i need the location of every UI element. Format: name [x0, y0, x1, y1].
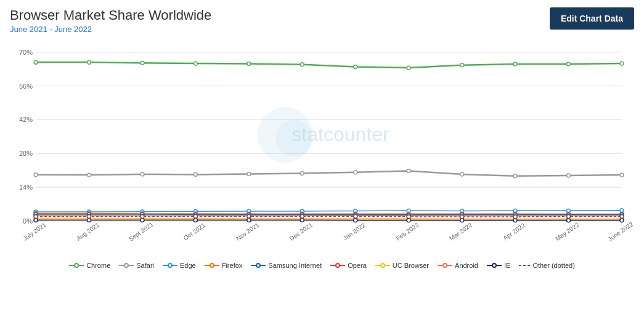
svg-point-133	[567, 219, 571, 222]
svg-text:May 2022: May 2022	[554, 221, 581, 242]
svg-point-40	[87, 173, 91, 177]
legend-item-opera: Opera	[330, 262, 367, 269]
legend-item-edge: Edge	[163, 262, 196, 269]
svg-text:June 2022: June 2022	[607, 220, 634, 243]
legend-label: IE	[504, 262, 510, 269]
svg-point-36	[513, 62, 517, 66]
legend-label: Firefox	[222, 262, 243, 269]
legend-item-android: Android	[438, 262, 478, 269]
svg-text:Feb 2022: Feb 2022	[395, 221, 420, 241]
svg-point-49	[567, 174, 571, 177]
legend-item-firefox: Firefox	[205, 262, 243, 269]
svg-text:Apr 2022: Apr 2022	[502, 222, 526, 242]
svg-text:14%: 14%	[19, 184, 33, 191]
svg-point-140	[300, 214, 304, 218]
svg-point-31	[247, 62, 251, 65]
svg-point-144	[513, 215, 517, 219]
svg-point-30	[194, 62, 197, 65]
svg-point-137	[141, 215, 144, 219]
svg-point-129	[354, 219, 357, 222]
svg-point-141	[354, 214, 357, 218]
svg-text:0%: 0%	[23, 217, 33, 225]
chart-area: 0%14%28%42%56%70%July 2021Aug 2021Sept 2…	[10, 36, 634, 258]
legend-label: Android	[455, 262, 478, 269]
svg-point-44	[300, 171, 304, 175]
svg-point-29	[141, 61, 144, 65]
svg-point-34	[407, 66, 410, 70]
svg-point-39	[34, 173, 38, 177]
svg-text:Oct 2021: Oct 2021	[182, 222, 207, 242]
svg-point-142	[407, 215, 410, 219]
svg-point-145	[567, 215, 571, 219]
legend-label: Samsung Internet	[268, 262, 322, 269]
legend-item-ie: IE	[487, 262, 510, 269]
svg-text:Dec 2021: Dec 2021	[288, 221, 314, 242]
svg-point-123	[34, 218, 38, 222]
svg-point-131	[460, 219, 464, 222]
svg-point-32	[300, 63, 304, 67]
svg-text:Nov 2021: Nov 2021	[235, 221, 261, 242]
svg-point-43	[247, 172, 251, 176]
legend-item-samsung-internet: Samsung Internet	[251, 262, 322, 269]
svg-point-35	[460, 63, 464, 67]
svg-point-41	[141, 172, 144, 176]
svg-point-37	[567, 62, 571, 66]
svg-point-138	[194, 214, 197, 218]
svg-point-42	[194, 172, 197, 176]
title-block: Browser Market Share Worldwide June 2021…	[10, 7, 211, 34]
svg-point-127	[247, 218, 251, 222]
svg-point-62	[620, 209, 624, 212]
svg-point-126	[194, 218, 197, 222]
svg-point-48	[513, 174, 517, 178]
svg-point-27	[34, 60, 38, 64]
legend-item-safari: Safari	[119, 262, 154, 269]
svg-point-134	[620, 219, 624, 222]
svg-text:Sept 2021: Sept 2021	[128, 220, 155, 242]
legend-label: Other (dotted)	[532, 262, 574, 269]
svg-point-26	[276, 119, 313, 156]
chart-legend: ChromeSafariEdgeFirefoxSamsung InternetO…	[0, 258, 644, 272]
svg-point-139	[247, 214, 251, 218]
legend-label: Edge	[180, 262, 196, 269]
svg-point-146	[620, 215, 624, 219]
svg-point-47	[460, 172, 464, 176]
svg-point-125	[141, 218, 144, 222]
svg-point-28	[87, 60, 91, 64]
svg-text:28%: 28%	[19, 150, 33, 157]
edit-chart-data-button[interactable]: Edit Chart Data	[550, 7, 634, 30]
svg-text:56%: 56%	[19, 83, 33, 90]
svg-point-135	[34, 215, 38, 219]
svg-point-130	[407, 219, 410, 222]
svg-point-50	[620, 173, 624, 177]
svg-text:Aug 2021: Aug 2021	[75, 221, 101, 242]
svg-point-143	[460, 215, 464, 219]
svg-point-136	[87, 215, 91, 219]
svg-text:Mar 2022: Mar 2022	[448, 221, 473, 241]
svg-point-132	[513, 219, 517, 222]
legend-item-other-(dotted): Other (dotted)	[519, 262, 574, 269]
legend-label: Chrome	[86, 262, 110, 269]
svg-point-46	[407, 169, 410, 172]
chart-svg: 0%14%28%42%56%70%July 2021Aug 2021Sept 2…	[10, 36, 634, 258]
svg-point-124	[87, 218, 91, 222]
chart-subtitle: June 2021 - June 2022	[10, 25, 211, 34]
svg-point-45	[354, 171, 357, 174]
chart-title: Browser Market Share Worldwide	[10, 7, 211, 23]
svg-text:42%: 42%	[19, 116, 33, 123]
header: Browser Market Share Worldwide June 2021…	[0, 0, 644, 36]
legend-item-chrome: Chrome	[69, 262, 110, 269]
legend-label: Safari	[136, 262, 154, 269]
svg-text:Jan 2022: Jan 2022	[342, 222, 367, 242]
legend-label: UC Browser	[393, 262, 429, 269]
legend-label: Opera	[348, 262, 367, 269]
svg-text:70%: 70%	[19, 49, 33, 56]
svg-point-33	[354, 65, 357, 69]
legend-item-uc-browser: UC Browser	[375, 262, 429, 269]
svg-point-128	[300, 218, 304, 222]
svg-point-38	[620, 62, 624, 65]
